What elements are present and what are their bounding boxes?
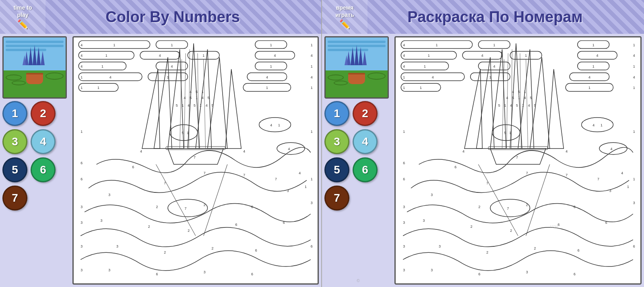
svg-text:1: 1 [278, 123, 280, 127]
svg-text:1: 1 [266, 86, 268, 90]
left-panel: time toplay ✏️ Color By Numbers [0, 0, 322, 287]
svg-text:1: 1 [270, 43, 272, 47]
svg-text:1: 1 [311, 64, 313, 68]
svg-text:1: 1 [182, 103, 184, 107]
svg-marker-118 [355, 45, 359, 65]
svg-text:6: 6 [132, 165, 134, 169]
svg-text:3: 3 [80, 244, 83, 248]
svg-text:3: 3 [633, 201, 635, 205]
svg-text:2: 2 [486, 250, 488, 254]
svg-line-165 [506, 53, 508, 149]
svg-text:3: 3 [403, 244, 405, 248]
svg-text:6: 6 [605, 221, 607, 225]
svg-text:1: 1 [633, 43, 635, 47]
right-color-4: 4 [353, 129, 378, 154]
left-sidebar: 1 2 3 4 [2, 36, 70, 285]
svg-text:5: 5 [208, 96, 210, 100]
svg-text:2: 2 [156, 205, 158, 209]
svg-text:3: 3 [423, 219, 425, 223]
svg-text:4: 4 [288, 147, 290, 151]
right-pencil-icon: ✏️ [339, 19, 350, 30]
right-color-3: 3 [324, 129, 349, 154]
svg-text:5: 5 [498, 103, 500, 107]
left-color-4: 4 [31, 129, 56, 154]
left-color-3: 3 [2, 129, 27, 154]
svg-text:1: 1 [114, 43, 116, 47]
svg-text:1: 1 [305, 185, 307, 189]
svg-text:5: 5 [518, 90, 520, 94]
svg-text:1: 1 [436, 43, 438, 47]
svg-text:1: 1 [601, 123, 603, 127]
svg-text:6: 6 [478, 272, 480, 276]
right-color-5: 5 [324, 157, 349, 182]
svg-text:5: 5 [504, 131, 506, 135]
svg-text:4: 4 [512, 90, 514, 94]
svg-text:5: 5 [194, 103, 196, 107]
svg-marker-4 [41, 51, 45, 65]
svg-text:4: 4 [481, 54, 483, 58]
svg-text:1: 1 [202, 90, 204, 94]
svg-text:1: 1 [493, 43, 495, 47]
left-color-row-2: 3 4 [2, 129, 70, 154]
svg-text:5: 5 [190, 96, 192, 100]
svg-marker-119 [351, 47, 355, 65]
svg-point-221 [490, 199, 530, 217]
svg-point-109 [259, 118, 291, 132]
svg-text:4: 4 [462, 149, 464, 153]
svg-text:4: 4 [311, 54, 313, 58]
left-color-5: 5 [2, 157, 27, 182]
svg-text:7: 7 [516, 155, 518, 159]
svg-text:4: 4 [311, 75, 313, 79]
right-coloring-svg: 1 1 1 4 1 1 4 1 4 4 4 [396, 37, 640, 283]
svg-text:1: 1 [270, 64, 272, 68]
svg-text:1: 1 [592, 43, 594, 47]
svg-text:5: 5 [182, 131, 184, 135]
svg-text:1: 1 [80, 86, 83, 90]
svg-text:1: 1 [509, 131, 511, 135]
svg-text:3: 3 [311, 201, 313, 205]
left-color-7: 7 [2, 186, 27, 211]
svg-text:4: 4 [206, 103, 208, 107]
svg-text:5: 5 [516, 103, 518, 107]
svg-line-48 [198, 53, 199, 149]
right-brand-badge: времяиграть ✏️ [322, 0, 367, 34]
svg-text:7: 7 [194, 155, 196, 159]
svg-text:1: 1 [522, 103, 524, 107]
svg-text:1: 1 [80, 130, 83, 134]
svg-text:6: 6 [251, 205, 253, 209]
svg-line-107 [156, 164, 196, 235]
svg-text:3: 3 [403, 205, 405, 209]
svg-text:6: 6 [403, 177, 405, 181]
right-coloring-area[interactable]: 1 1 1 4 1 1 4 1 4 4 4 [394, 36, 642, 285]
svg-text:1: 1 [588, 86, 590, 90]
left-header: time toplay ✏️ Color By Numbers [0, 0, 321, 34]
svg-text:2: 2 [164, 250, 166, 254]
svg-text:3: 3 [287, 189, 289, 193]
svg-text:4: 4 [171, 64, 173, 68]
left-coloring-area[interactable]: 1 1 1 4 1 1 4 1 4 4 [72, 36, 319, 285]
svg-text:4: 4 [510, 103, 512, 107]
svg-text:6: 6 [574, 205, 576, 209]
right-sidebar: 1 2 3 4 [324, 36, 392, 285]
left-content: 1 2 3 4 [0, 34, 321, 287]
right-color-1: 1 [324, 101, 349, 126]
svg-point-103 [168, 199, 208, 217]
svg-text:4: 4 [403, 43, 405, 47]
svg-text:6: 6 [454, 165, 456, 169]
svg-text:4: 4 [592, 123, 594, 127]
svg-text:4: 4 [80, 54, 83, 58]
svg-text:3: 3 [80, 268, 83, 272]
right-preview-image [324, 36, 389, 99]
svg-text:4: 4 [403, 64, 405, 68]
left-color-1: 1 [2, 101, 27, 126]
svg-text:1: 1 [80, 75, 83, 79]
right-color-row-4: 7 [324, 186, 392, 211]
svg-text:5: 5 [196, 90, 198, 94]
left-brand-badge: time toplay ✏️ [0, 0, 45, 34]
svg-text:7: 7 [204, 171, 206, 175]
svg-text:2: 2 [534, 246, 536, 250]
svg-text:6: 6 [578, 248, 580, 252]
left-pencil-icon: ✏️ [17, 19, 28, 30]
svg-text:4: 4 [184, 96, 186, 100]
svg-text:3: 3 [204, 270, 206, 274]
